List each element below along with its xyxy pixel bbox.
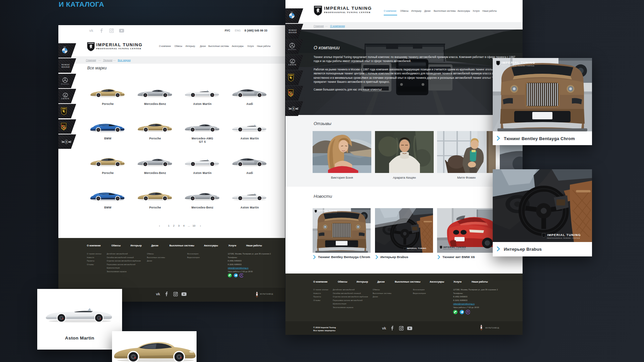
svg-text:Mercedes-Benz: Mercedes-Benz bbox=[288, 49, 296, 50]
svg-text:RANGE: RANGE bbox=[62, 64, 70, 66]
svg-text:B: B bbox=[292, 107, 294, 110]
svg-text:vk: vk bbox=[156, 292, 160, 296]
svg-text:BMW: BMW bbox=[291, 12, 293, 13]
svg-text:LEXUS: LEXUS bbox=[288, 64, 297, 66]
svg-text:BMW: BMW bbox=[64, 46, 66, 48]
svg-text:B: B bbox=[65, 140, 67, 143]
svg-text:RANGE: RANGE bbox=[289, 29, 297, 31]
svg-text:vk: vk bbox=[382, 326, 386, 330]
svg-text:ROVER: ROVER bbox=[289, 32, 297, 34]
svg-text:Mercedes-Benz: Mercedes-Benz bbox=[61, 83, 69, 84]
svg-text:vk: vk bbox=[89, 28, 94, 33]
svg-text:ROVER: ROVER bbox=[62, 66, 70, 68]
svg-text:LEXUS: LEXUS bbox=[61, 97, 69, 99]
